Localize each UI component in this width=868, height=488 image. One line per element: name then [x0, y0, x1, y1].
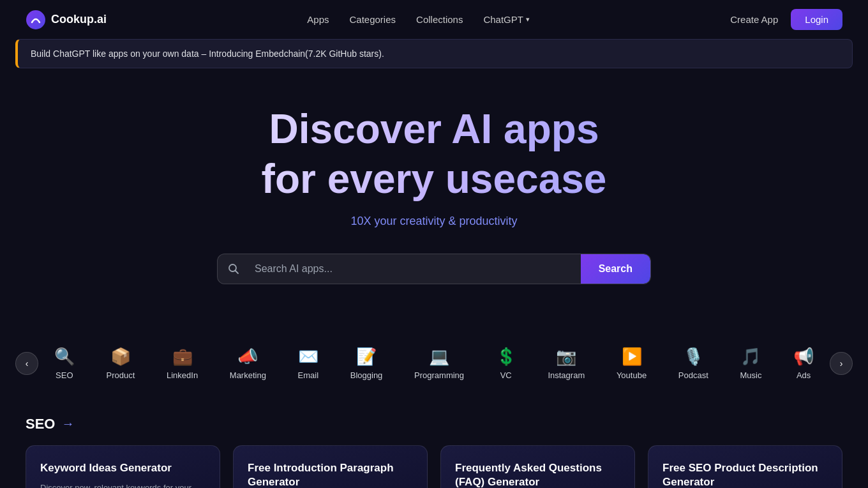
card-title-0: Keyword Ideas Generator: [40, 461, 206, 475]
product-icon: 📦: [110, 347, 131, 367]
cat-label-ads: Ads: [797, 370, 811, 380]
cards-grid: Keyword Ideas Generator Discover new, re…: [26, 445, 842, 488]
cat-item-marketing[interactable]: 📣 Marketing: [222, 342, 274, 385]
card-title-3: Free SEO Product Description Generator: [662, 461, 828, 488]
card-1[interactable]: Free Introduction Paragraph Generator Ge…: [233, 445, 428, 488]
search-bar: Search: [217, 254, 651, 284]
categories-row: ‹ 🔍 SEO 📦 Product 💼 LinkedIn 📣 Marketing…: [0, 342, 868, 385]
banner-text: Build ChatGPT like apps on your own data…: [31, 49, 384, 59]
nav-collections[interactable]: Collections: [416, 14, 463, 25]
login-button[interactable]: Login: [791, 9, 842, 30]
programming-icon: 💻: [429, 347, 449, 367]
cat-label-programming: Programming: [414, 370, 464, 380]
logo[interactable]: Cookup.ai: [26, 10, 107, 30]
cat-next-button[interactable]: ›: [830, 352, 853, 375]
cat-item-programming[interactable]: 💻 Programming: [407, 342, 472, 385]
email-icon: ✉️: [298, 347, 318, 367]
cat-item-vc[interactable]: 💲 VC: [488, 342, 524, 385]
ads-icon: 📢: [793, 347, 814, 367]
cat-prev-button[interactable]: ‹: [15, 352, 38, 375]
logo-icon: [26, 10, 46, 30]
blogging-icon: 📝: [356, 347, 377, 367]
create-app-link[interactable]: Create App: [730, 14, 778, 25]
cat-label-seo: SEO: [56, 370, 73, 380]
hero-tagline: 10X your creativity & productivity: [26, 215, 842, 228]
card-2[interactable]: Frequently Asked Questions (FAQ) Generat…: [440, 445, 635, 488]
linkedin-icon: 💼: [172, 347, 193, 367]
cat-label-youtube: Youtube: [617, 370, 647, 380]
card-title-1: Free Introduction Paragraph Generator: [248, 461, 413, 488]
cat-label-music: Music: [740, 370, 761, 380]
cat-item-podcast[interactable]: 🎙️ Podcast: [671, 342, 716, 385]
cat-label-instagram: Instagram: [548, 370, 585, 380]
cat-label-marketing: Marketing: [230, 370, 266, 380]
seo-section-title: SEO: [26, 416, 55, 432]
cat-item-seo[interactable]: 🔍 SEO: [47, 342, 82, 385]
seo-arrow-icon[interactable]: →: [61, 416, 74, 431]
nav-links: Apps Categories Collections ChatGPT ▾: [307, 14, 530, 25]
cat-item-blogging[interactable]: 📝 Blogging: [343, 342, 391, 385]
hero-section: Discover AI apps for every usecase 10X y…: [0, 68, 868, 342]
announcement-banner: Build ChatGPT like apps on your own data…: [15, 39, 853, 68]
logo-text: Cookup.ai: [51, 13, 107, 26]
search-input[interactable]: [250, 254, 581, 284]
cat-item-youtube[interactable]: ▶️ Youtube: [609, 342, 654, 385]
cat-label-linkedin: LinkedIn: [167, 370, 198, 380]
search-icon: [218, 254, 250, 284]
instagram-icon: 📷: [556, 347, 576, 367]
cat-label-podcast: Podcast: [678, 370, 708, 380]
hero-title-line1: Discover AI apps: [26, 107, 842, 151]
nav-chatgpt[interactable]: ChatGPT ▾: [483, 14, 530, 25]
card-0[interactable]: Keyword Ideas Generator Discover new, re…: [26, 445, 220, 488]
podcast-icon: 🎙️: [683, 347, 703, 367]
navbar: Cookup.ai Apps Categories Collections Ch…: [0, 0, 868, 39]
cat-item-music[interactable]: 🎵 Music: [732, 342, 769, 385]
cat-item-ads[interactable]: 📢 Ads: [786, 342, 821, 385]
seo-section: SEO → Keyword Ideas Generator Discover n…: [0, 416, 868, 488]
cat-items: 🔍 SEO 📦 Product 💼 LinkedIn 📣 Marketing ✉…: [38, 342, 830, 385]
card-title-2: Frequently Asked Questions (FAQ) Generat…: [455, 461, 620, 488]
nav-categories[interactable]: Categories: [350, 14, 396, 25]
vc-icon: 💲: [496, 347, 516, 367]
hero-title-line2: for every usecase: [26, 156, 842, 201]
search-button[interactable]: Search: [581, 254, 650, 284]
svg-line-2: [236, 270, 239, 273]
music-icon: 🎵: [740, 347, 761, 367]
nav-chatgpt-label: ChatGPT: [483, 14, 523, 25]
cat-label-product: Product: [107, 370, 135, 380]
seo-header: SEO →: [26, 416, 842, 432]
card-desc-0: Discover new, relevant keywords for your…: [40, 482, 206, 488]
card-3[interactable]: Free SEO Product Description Generator G…: [648, 445, 842, 488]
nav-right: Create App Login: [730, 9, 842, 30]
cat-item-linkedin[interactable]: 💼 LinkedIn: [159, 342, 206, 385]
cat-label-blogging: Blogging: [350, 370, 383, 380]
cat-item-instagram[interactable]: 📷 Instagram: [540, 342, 592, 385]
youtube-icon: ▶️: [622, 347, 642, 367]
nav-apps[interactable]: Apps: [307, 14, 329, 25]
cat-label-email: Email: [298, 370, 319, 380]
chevron-down-icon: ▾: [526, 15, 530, 24]
seo-icon: 🔍: [54, 347, 75, 367]
cat-item-product[interactable]: 📦 Product: [99, 342, 143, 385]
cat-item-email[interactable]: ✉️ Email: [290, 342, 327, 385]
cat-label-vc: VC: [500, 370, 512, 380]
marketing-icon: 📣: [237, 347, 258, 367]
